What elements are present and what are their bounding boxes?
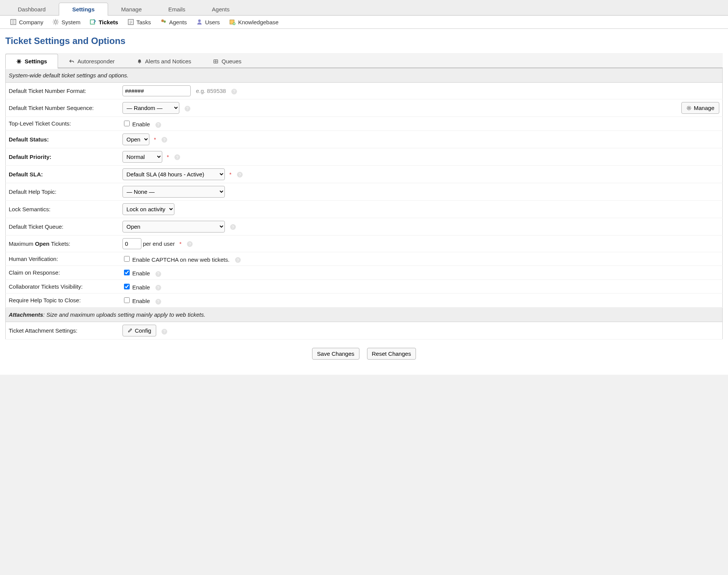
subnav-company[interactable]: Company (10, 19, 43, 25)
help-icon[interactable]: ? (155, 271, 161, 277)
inner-tab-alerts[interactable]: Alerts and Notices (126, 54, 202, 68)
option-human-verify: Enable CAPTCHA on new web tickets. (132, 256, 230, 263)
select-default-help-topic[interactable]: — None — (122, 186, 225, 198)
label-default-priority: Default Priority: (6, 148, 119, 165)
help-icon[interactable]: ? (155, 299, 161, 305)
checkbox-claim-response[interactable] (124, 270, 130, 275)
form-actions: Save Changes Reset Changes (5, 339, 723, 360)
svg-point-9 (198, 19, 201, 22)
select-default-sla[interactable]: Default SLA (48 hours - Active) (122, 168, 225, 180)
eg-number-format: e.g. 859538 (196, 88, 226, 94)
label-number-format: Default Ticket Number Format: (6, 83, 119, 99)
input-number-format[interactable] (122, 85, 191, 96)
subnav-knowledgebase[interactable]: Knowledgebase (229, 19, 279, 25)
help-icon[interactable]: ? (237, 172, 243, 178)
top-nav: Dashboard Settings Manage Emails Agents (0, 0, 728, 16)
required-mark: * (154, 136, 156, 143)
agents-icon (160, 19, 167, 25)
manage-sequence-button[interactable]: Manage (681, 102, 719, 114)
subnav-tickets[interactable]: Tickets (89, 19, 118, 25)
bell-icon (137, 59, 142, 64)
select-default-priority[interactable]: Normal (122, 151, 162, 163)
edit-icon (127, 328, 133, 333)
required-mark: * (167, 154, 169, 160)
select-lock-semantics[interactable]: Lock on activity (122, 203, 174, 215)
subnav-tasks-label: Tasks (136, 19, 151, 25)
checkbox-require-topic-close[interactable] (124, 297, 130, 303)
subnav-tickets-label: Tickets (99, 19, 118, 25)
subnav-knowledgebase-label: Knowledgebase (238, 19, 279, 25)
settings-tabs: Settings Autoresponder Alerts and Notice… (5, 53, 723, 68)
tab-dashboard[interactable]: Dashboard (5, 3, 59, 16)
subnav-agents[interactable]: Agents (160, 19, 187, 25)
subnav-company-label: Company (19, 19, 43, 25)
svg-point-12 (688, 107, 690, 109)
inner-tab-autoresponder[interactable]: Autoresponder (58, 54, 126, 68)
company-icon (10, 19, 17, 25)
help-icon[interactable]: ? (155, 285, 161, 291)
option-collab-vis: Enable (132, 284, 150, 291)
tab-settings[interactable]: Settings (59, 3, 108, 16)
tab-emails[interactable]: Emails (155, 3, 199, 16)
inner-tab-queues-label: Queues (221, 58, 242, 64)
tab-agents[interactable]: Agents (199, 3, 243, 16)
option-top-level-counts: Enable (132, 121, 150, 127)
page-title: Ticket Settings and Options (5, 36, 723, 46)
subnav-system[interactable]: System (52, 19, 80, 25)
users-icon (196, 19, 203, 25)
inner-tab-settings-label: Settings (25, 58, 47, 64)
label-collab-vis: Collaborator Tickets Visibility: (6, 280, 119, 294)
help-icon[interactable]: ? (155, 122, 161, 128)
attach-config-label: Config (135, 327, 151, 334)
tasks-icon (127, 19, 134, 25)
svg-point-8 (164, 20, 166, 23)
label-default-status: Default Status: (6, 130, 119, 148)
input-max-open[interactable] (122, 238, 141, 249)
inner-tab-settings[interactable]: Settings (5, 54, 58, 68)
inner-tab-alerts-label: Alerts and Notices (145, 58, 191, 64)
subnav-system-label: System (61, 19, 80, 25)
help-icon[interactable]: ? (174, 154, 180, 160)
label-top-level-counts: Top-Level Ticket Counts: (6, 117, 119, 131)
help-icon[interactable]: ? (230, 224, 236, 230)
manage-sequence-label: Manage (694, 105, 714, 111)
subnav-users-label: Users (205, 19, 220, 25)
required-mark: * (229, 171, 232, 178)
gear-icon (686, 105, 692, 111)
suffix-max-open: per end user (143, 240, 175, 247)
inner-tab-queues[interactable]: Queues (202, 54, 253, 68)
select-number-sequence[interactable]: — Random — (122, 102, 179, 114)
attach-config-button[interactable]: Config (122, 325, 156, 336)
label-require-topic-close: Require Help Topic to Close: (6, 294, 119, 308)
label-default-sla: Default SLA: (6, 165, 119, 183)
help-icon[interactable]: ? (235, 257, 241, 263)
select-default-status[interactable]: Open (122, 134, 149, 145)
option-require-topic-close: Enable (132, 298, 150, 304)
save-changes-button[interactable]: Save Changes (312, 348, 359, 360)
settings-form: System-wide default ticket settings and … (5, 68, 723, 339)
help-icon[interactable]: ? (162, 137, 167, 143)
section-header-2: Attachments: Size and maximum uploads se… (6, 307, 723, 322)
svg-point-4 (55, 21, 57, 24)
sub-nav: Company System Tickets Tasks Agents User… (0, 16, 728, 29)
reset-changes-button[interactable]: Reset Changes (367, 348, 416, 360)
subnav-tasks[interactable]: Tasks (127, 19, 151, 25)
inner-tab-autoresponder-label: Autoresponder (77, 58, 115, 64)
reply-icon (69, 59, 74, 64)
checkbox-collab-vis[interactable] (124, 284, 130, 289)
option-claim-response: Enable (132, 270, 150, 277)
subnav-users[interactable]: Users (196, 19, 220, 25)
tab-manage[interactable]: Manage (108, 3, 155, 16)
help-icon[interactable]: ? (162, 329, 167, 335)
label-attach-settings: Ticket Attachment Settings: (6, 322, 119, 339)
svg-point-7 (161, 19, 164, 22)
help-icon[interactable]: ? (187, 241, 193, 247)
select-default-queue[interactable]: Open (122, 221, 225, 233)
help-icon[interactable]: ? (231, 89, 237, 94)
asterisk-icon (16, 59, 22, 64)
page-body: Ticket Settings and Options Settings Aut… (0, 29, 728, 375)
checkbox-top-level-counts[interactable] (124, 121, 130, 126)
help-icon[interactable]: ? (185, 106, 190, 112)
knowledgebase-icon (229, 19, 236, 25)
checkbox-human-verify[interactable] (124, 256, 130, 262)
